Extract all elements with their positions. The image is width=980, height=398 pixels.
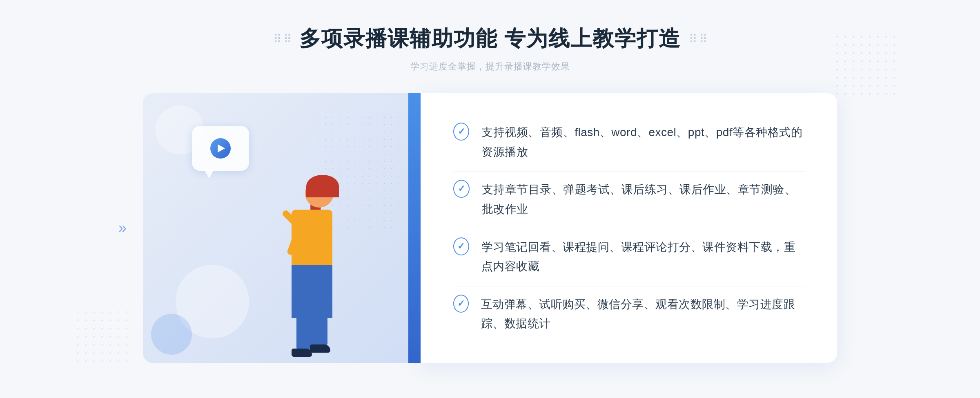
person-illustration	[243, 167, 373, 363]
checkmark-2: ✓	[458, 184, 465, 193]
feature-item-3: ✓ 学习笔记回看、课程提问、课程评论打分、课件资料下载，重点内容收藏	[453, 229, 804, 284]
header-section: ⠿ ⠿ 多项录播课辅助功能 专为线上教学打造 ⠿ ⠿ 学习进度全掌握，提升录播课…	[0, 25, 980, 73]
arrow-decoration: »	[118, 219, 127, 237]
header-title-row: ⠿ ⠿ 多项录播课辅助功能 专为线上教学打造 ⠿ ⠿	[0, 25, 980, 53]
feature-text-2: 支持章节目录、弹题考试、课后练习、课后作业、章节测验、批改作业	[482, 180, 804, 219]
illustration-container: »	[143, 93, 421, 363]
play-triangle	[218, 144, 225, 152]
check-icon-2: ✓	[453, 180, 470, 198]
chat-bubble	[192, 126, 249, 171]
feature-item-2: ✓ 支持章节目录、弹题考试、课后练习、课后作业、章节测验、批改作业	[453, 171, 804, 227]
dots-right-icon: ⠿ ⠿	[689, 32, 707, 46]
person-shoe-left	[292, 349, 312, 357]
blue-bar-divider	[408, 93, 421, 363]
content-area: »	[143, 93, 837, 363]
page-title: 多项录播课辅助功能 专为线上教学打造	[299, 25, 681, 53]
checkmark-4: ✓	[457, 299, 465, 308]
checkmark-3: ✓	[457, 242, 465, 251]
features-panel: ✓ 支持视频、音频、flash、word、excel、ppt、pdf等各种格式的…	[421, 93, 837, 363]
feature-text-3: 学习笔记回看、课程提问、课程评论打分、课件资料下载，重点内容收藏	[481, 237, 804, 276]
decorative-dots-bottom-left	[74, 308, 131, 365]
feature-item-1: ✓ 支持视频、音频、flash、word、excel、ppt、pdf等各种格式的…	[453, 114, 804, 170]
checkmark-1: ✓	[458, 127, 465, 136]
play-icon	[210, 138, 231, 159]
person-leg-right	[311, 310, 327, 347]
feature-text-1: 支持视频、音频、flash、word、excel、ppt、pdf等各种格式的资源…	[481, 123, 804, 161]
feature-text-4: 互动弹幕、试听购买、微信分享、观看次数限制、学习进度跟踪、数据统计	[481, 295, 804, 333]
page-wrapper: ⠿ ⠿ 多项录播课辅助功能 专为线上教学打造 ⠿ ⠿ 学习进度全掌握，提升录播课…	[0, 0, 980, 398]
check-icon-3: ✓	[453, 237, 469, 255]
check-icon-4: ✓	[453, 295, 469, 313]
person-hair	[306, 175, 339, 197]
feature-item-4: ✓ 互动弹幕、试听购买、微信分享、观看次数限制、学习进度跟踪、数据统计	[453, 286, 804, 342]
check-icon-1: ✓	[453, 123, 469, 141]
person-shoe-right	[310, 344, 330, 353]
deco-circle-small	[151, 314, 192, 355]
figure-wrapper	[243, 167, 373, 363]
dots-left-icon: ⠿ ⠿	[273, 32, 291, 46]
page-subtitle: 学习进度全掌握，提升录播课教学效果	[0, 60, 980, 73]
